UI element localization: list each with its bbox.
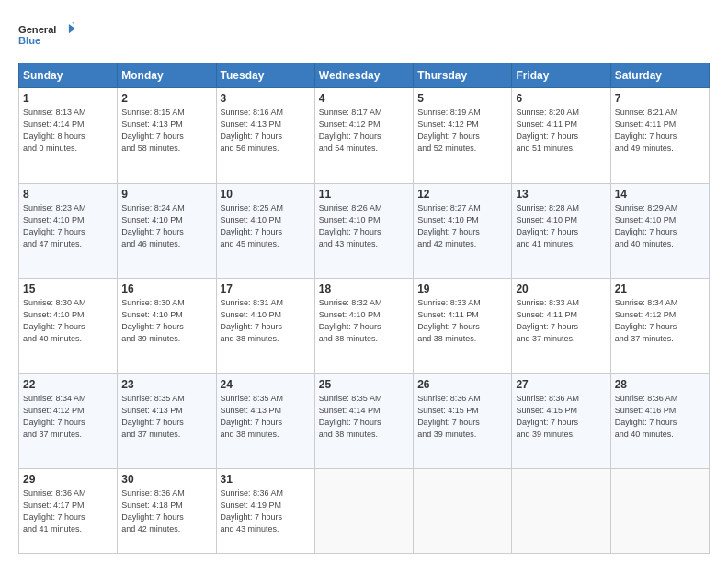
day-number: 19 [417, 282, 507, 295]
day-number: 31 [221, 473, 311, 486]
calendar-header-row: SundayMondayTuesdayWednesdayThursdayFrid… [19, 63, 710, 88]
day-number: 2 [121, 92, 211, 105]
day-number: 13 [516, 188, 606, 201]
page: General Blue SundayMondayTuesdayWednesda… [0, 0, 728, 563]
calendar-cell: 14 Sunrise: 8:29 AMSunset: 4:10 PMDaylig… [610, 183, 709, 279]
calendar-cell: 3 Sunrise: 8:16 AMSunset: 4:13 PMDayligh… [216, 88, 314, 184]
day-info: Sunrise: 8:36 AMSunset: 4:15 PMDaylight:… [417, 394, 481, 439]
calendar-week-row: 1 Sunrise: 8:13 AMSunset: 4:14 PMDayligh… [19, 88, 710, 184]
calendar-cell [414, 469, 512, 554]
calendar-cell: 30 Sunrise: 8:36 AMSunset: 4:18 PMDaylig… [118, 469, 216, 554]
day-info: Sunrise: 8:34 AMSunset: 4:12 PMDaylight:… [23, 394, 86, 439]
day-info: Sunrise: 8:36 AMSunset: 4:15 PMDaylight:… [516, 394, 579, 439]
logo: General Blue [18, 18, 74, 52]
day-number: 10 [221, 188, 311, 201]
day-info: Sunrise: 8:35 AMSunset: 4:14 PMDaylight:… [319, 394, 382, 439]
day-number: 12 [417, 188, 507, 201]
calendar-cell: 22 Sunrise: 8:34 AMSunset: 4:12 PMDaylig… [19, 373, 118, 469]
calendar-cell: 5 Sunrise: 8:19 AMSunset: 4:12 PMDayligh… [414, 88, 512, 184]
calendar-week-row: 29 Sunrise: 8:36 AMSunset: 4:17 PMDaylig… [19, 469, 710, 554]
calendar-cell: 31 Sunrise: 8:36 AMSunset: 4:19 PMDaylig… [216, 469, 314, 554]
calendar-cell: 9 Sunrise: 8:24 AMSunset: 4:10 PMDayligh… [118, 183, 216, 279]
day-number: 22 [23, 378, 113, 391]
day-number: 3 [221, 92, 311, 105]
day-info: Sunrise: 8:30 AMSunset: 4:10 PMDaylight:… [121, 298, 185, 343]
day-number: 14 [615, 188, 705, 201]
calendar-cell: 28 Sunrise: 8:36 AMSunset: 4:16 PMDaylig… [610, 373, 709, 469]
day-info: Sunrise: 8:36 AMSunset: 4:17 PMDaylight:… [23, 488, 86, 534]
calendar-cell: 19 Sunrise: 8:33 AMSunset: 4:11 PMDaylig… [414, 279, 512, 374]
calendar-cell: 2 Sunrise: 8:15 AMSunset: 4:13 PMDayligh… [118, 88, 216, 184]
calendar-cell: 29 Sunrise: 8:36 AMSunset: 4:17 PMDaylig… [19, 469, 118, 554]
day-info: Sunrise: 8:24 AMSunset: 4:10 PMDaylight:… [121, 203, 185, 248]
calendar-cell: 18 Sunrise: 8:32 AMSunset: 4:10 PMDaylig… [314, 279, 413, 374]
calendar-day-header: Thursday [414, 63, 512, 88]
calendar-cell: 11 Sunrise: 8:26 AMSunset: 4:10 PMDaylig… [314, 183, 413, 279]
calendar-cell [512, 469, 610, 554]
day-info: Sunrise: 8:33 AMSunset: 4:11 PMDaylight:… [417, 298, 481, 343]
day-number: 30 [121, 473, 211, 486]
day-number: 16 [121, 282, 211, 295]
day-info: Sunrise: 8:28 AMSunset: 4:10 PMDaylight:… [516, 203, 579, 248]
day-info: Sunrise: 8:29 AMSunset: 4:10 PMDaylight:… [615, 203, 678, 248]
calendar-cell: 20 Sunrise: 8:33 AMSunset: 4:11 PMDaylig… [512, 279, 610, 374]
logo-svg: General Blue [18, 18, 74, 52]
day-info: Sunrise: 8:34 AMSunset: 4:12 PMDaylight:… [615, 298, 678, 343]
day-info: Sunrise: 8:36 AMSunset: 4:19 PMDaylight:… [221, 488, 284, 534]
day-number: 11 [319, 188, 409, 201]
day-number: 29 [23, 473, 113, 486]
day-number: 5 [417, 92, 507, 105]
day-number: 8 [23, 188, 113, 201]
calendar-week-row: 8 Sunrise: 8:23 AMSunset: 4:10 PMDayligh… [19, 183, 710, 279]
calendar-day-header: Monday [118, 63, 216, 88]
day-info: Sunrise: 8:15 AMSunset: 4:13 PMDaylight:… [121, 108, 185, 153]
calendar-cell: 10 Sunrise: 8:25 AMSunset: 4:10 PMDaylig… [216, 183, 314, 279]
day-number: 7 [615, 92, 705, 105]
calendar-cell: 27 Sunrise: 8:36 AMSunset: 4:15 PMDaylig… [512, 373, 610, 469]
calendar-cell [314, 469, 413, 554]
calendar-cell: 17 Sunrise: 8:31 AMSunset: 4:10 PMDaylig… [216, 279, 314, 374]
day-info: Sunrise: 8:31 AMSunset: 4:10 PMDaylight:… [221, 298, 284, 343]
calendar-cell: 8 Sunrise: 8:23 AMSunset: 4:10 PMDayligh… [19, 183, 118, 279]
calendar-cell: 13 Sunrise: 8:28 AMSunset: 4:10 PMDaylig… [512, 183, 610, 279]
calendar-cell: 25 Sunrise: 8:35 AMSunset: 4:14 PMDaylig… [314, 373, 413, 469]
svg-marker-3 [72, 22, 74, 27]
calendar-cell: 26 Sunrise: 8:36 AMSunset: 4:15 PMDaylig… [414, 373, 512, 469]
day-info: Sunrise: 8:35 AMSunset: 4:13 PMDaylight:… [221, 394, 284, 439]
day-info: Sunrise: 8:20 AMSunset: 4:11 PMDaylight:… [516, 108, 579, 153]
day-info: Sunrise: 8:13 AMSunset: 4:14 PMDaylight:… [23, 108, 86, 153]
day-number: 15 [23, 282, 113, 295]
calendar-cell: 7 Sunrise: 8:21 AMSunset: 4:11 PMDayligh… [610, 88, 709, 184]
day-info: Sunrise: 8:36 AMSunset: 4:18 PMDaylight:… [121, 488, 185, 534]
day-info: Sunrise: 8:27 AMSunset: 4:10 PMDaylight:… [417, 203, 481, 248]
day-number: 25 [319, 378, 409, 391]
day-number: 9 [121, 188, 211, 201]
header: General Blue [18, 18, 710, 52]
calendar-cell: 15 Sunrise: 8:30 AMSunset: 4:10 PMDaylig… [19, 279, 118, 374]
day-number: 17 [221, 282, 311, 295]
day-info: Sunrise: 8:25 AMSunset: 4:10 PMDaylight:… [221, 203, 284, 248]
day-number: 27 [516, 378, 606, 391]
calendar-cell: 12 Sunrise: 8:27 AMSunset: 4:10 PMDaylig… [414, 183, 512, 279]
day-number: 28 [615, 378, 705, 391]
day-number: 21 [615, 282, 705, 295]
calendar-table: SundayMondayTuesdayWednesdayThursdayFrid… [18, 63, 710, 554]
calendar-cell: 23 Sunrise: 8:35 AMSunset: 4:13 PMDaylig… [118, 373, 216, 469]
day-number: 23 [121, 378, 211, 391]
calendar-cell: 6 Sunrise: 8:20 AMSunset: 4:11 PMDayligh… [512, 88, 610, 184]
day-info: Sunrise: 8:30 AMSunset: 4:10 PMDaylight:… [23, 298, 86, 343]
calendar-cell: 24 Sunrise: 8:35 AMSunset: 4:13 PMDaylig… [216, 373, 314, 469]
day-info: Sunrise: 8:32 AMSunset: 4:10 PMDaylight:… [319, 298, 382, 343]
calendar-day-header: Saturday [610, 63, 709, 88]
day-info: Sunrise: 8:35 AMSunset: 4:13 PMDaylight:… [121, 394, 185, 439]
calendar-cell: 1 Sunrise: 8:13 AMSunset: 4:14 PMDayligh… [19, 88, 118, 184]
day-number: 6 [516, 92, 606, 105]
svg-text:General: General [18, 24, 56, 35]
day-info: Sunrise: 8:17 AMSunset: 4:12 PMDaylight:… [319, 108, 382, 153]
calendar-cell [610, 469, 709, 554]
day-info: Sunrise: 8:26 AMSunset: 4:10 PMDaylight:… [319, 203, 382, 248]
day-number: 4 [319, 92, 409, 105]
day-info: Sunrise: 8:16 AMSunset: 4:13 PMDaylight:… [221, 108, 284, 153]
day-info: Sunrise: 8:19 AMSunset: 4:12 PMDaylight:… [417, 108, 481, 153]
calendar-day-header: Friday [512, 63, 610, 88]
